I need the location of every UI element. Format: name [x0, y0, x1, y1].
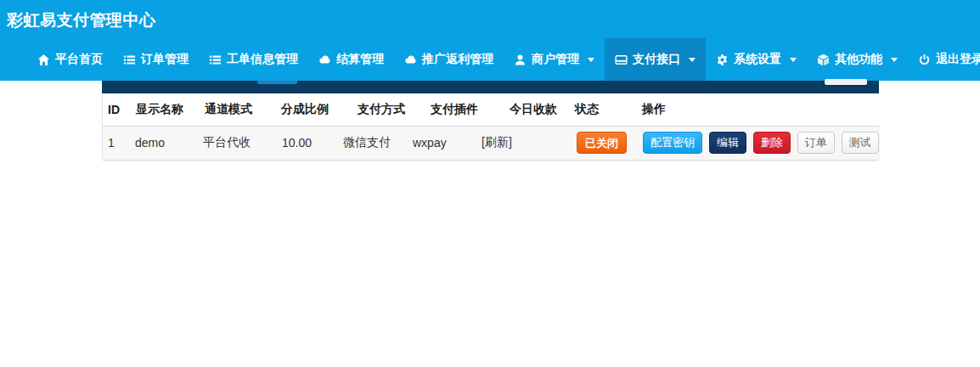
col-header-today-income: 今日收款: [504, 93, 570, 126]
nav-item-label: 推广返利管理: [422, 52, 493, 67]
power-icon: [918, 54, 931, 66]
nav-item-ticket-management[interactable]: 工单信息管理: [199, 38, 308, 81]
table-body: 1 demo 平台代收 10.00 微信支付 wxpay [刷新] 已关闭 配置…: [103, 127, 880, 160]
app-title: 彩虹易支付管理中心: [7, 9, 156, 31]
cell-share-ratio: 10.00: [277, 127, 338, 160]
payment-interface-table: ID 显示名称 通道模式 分成比例 支付方式 支付插件 今日收款 状态 操作 1…: [102, 93, 879, 161]
nav-item-platform-home[interactable]: 平台首页: [27, 38, 113, 81]
col-header-actions: 操作: [637, 93, 880, 126]
panel-header-strip: [102, 81, 879, 93]
table-row: 1 demo 平台代收 10.00 微信支付 wxpay [刷新] 已关闭 配置…: [103, 127, 880, 160]
cloud-icon: [318, 54, 331, 66]
cell-id: 1: [103, 127, 130, 160]
nav-item-label: 退出登录: [936, 52, 980, 67]
refresh-income-link[interactable]: [刷新]: [482, 135, 512, 149]
col-header-display-name: 显示名称: [131, 93, 200, 126]
nav-item-label: 系统设置: [734, 52, 781, 67]
nav-item-label: 结算管理: [336, 52, 384, 67]
cell-pay-method: 微信支付: [338, 127, 408, 160]
home-icon: [37, 54, 50, 66]
cell-channel-mode: 平台代收: [198, 127, 277, 160]
panel-header-button-edge: [825, 79, 867, 85]
nav-item-logout[interactable]: 退出登录: [908, 38, 980, 81]
col-header-status: 状态: [570, 93, 637, 126]
cell-today-income: [刷新]: [476, 127, 572, 160]
cell-status: 已关闭: [572, 127, 638, 160]
list-icon: [209, 54, 222, 66]
nav-item-payment-interface[interactable]: 支付接口: [605, 38, 706, 81]
chevron-down-icon: [790, 58, 797, 62]
top-brand-bar: 彩虹易支付管理中心: [0, 0, 980, 38]
credit-card-icon: [615, 54, 628, 66]
nav-item-label: 支付接口: [633, 52, 680, 67]
edit-button[interactable]: 编辑: [709, 132, 746, 154]
gear-icon: [716, 54, 729, 66]
nav-item-settlement-management[interactable]: 结算管理: [308, 38, 394, 81]
nav-item-system-settings[interactable]: 系统设置: [706, 38, 807, 81]
nav-item-promo-rebate-management[interactable]: 推广返利管理: [394, 38, 504, 81]
user-icon: [514, 54, 527, 66]
col-header-pay-method: 支付方式: [352, 93, 425, 126]
configure-key-button[interactable]: 配置密钥: [643, 132, 702, 154]
cell-display-name: demo: [130, 127, 198, 160]
main-navbar: 平台首页 订单管理 工单信息管理 结算管理 推广返利管理 商户管理 支付接口 系…: [0, 38, 980, 81]
nav-item-order-management[interactable]: 订单管理: [113, 38, 199, 81]
list-icon: [123, 54, 136, 66]
nav-item-other-functions[interactable]: 其他功能: [807, 38, 908, 81]
panel-header-tab-edge: [257, 81, 297, 84]
table-header: ID 显示名称 通道模式 分成比例 支付方式 支付插件 今日收款 状态 操作: [103, 93, 880, 127]
col-header-channel-mode: 通道模式: [200, 93, 276, 126]
col-header-pay-plugin: 支付插件: [425, 93, 504, 126]
cell-pay-plugin: wxpay: [408, 127, 476, 160]
test-button[interactable]: 测试: [842, 132, 879, 154]
nav-item-label: 商户管理: [532, 52, 579, 67]
chevron-down-icon: [588, 58, 594, 62]
nav-item-merchant-management[interactable]: 商户管理: [504, 38, 605, 81]
chevron-down-icon: [891, 58, 898, 62]
nav-item-label: 工单信息管理: [227, 52, 298, 67]
nav-item-label: 订单管理: [141, 52, 189, 67]
status-badge[interactable]: 已关闭: [577, 132, 627, 154]
col-header-id: ID: [103, 93, 131, 126]
col-header-share-ratio: 分成比例: [276, 93, 352, 126]
payment-interface-panel: ID 显示名称 通道模式 分成比例 支付方式 支付插件 今日收款 状态 操作 1…: [102, 81, 879, 161]
nav-item-label: 平台首页: [55, 52, 103, 67]
cell-actions: 配置密钥 编辑 删除 订单 测试: [638, 127, 880, 160]
delete-button[interactable]: 删除: [753, 132, 791, 154]
nav-item-label: 其他功能: [835, 52, 882, 67]
chevron-down-icon: [689, 58, 696, 62]
cube-icon: [817, 54, 830, 66]
cloud-icon: [404, 54, 417, 66]
orders-button[interactable]: 订单: [797, 132, 835, 154]
